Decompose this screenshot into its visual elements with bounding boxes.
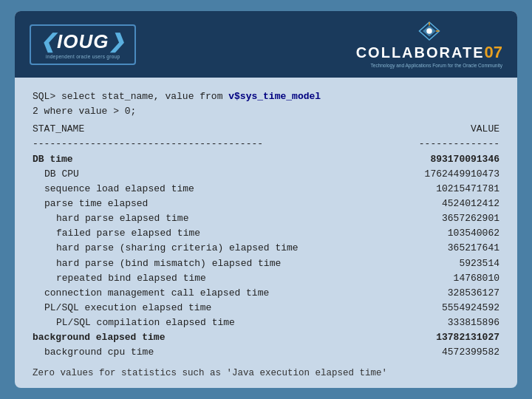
table-row: hard parse elapsed time 3657262901 (33, 211, 499, 226)
stat-value: 5923514 (459, 256, 499, 271)
sql-prompt: SQL> (33, 91, 61, 102)
table-row: failed parse elapsed time 103540062 (33, 226, 499, 241)
stat-value: 103540062 (448, 226, 499, 241)
column-headers: STAT_NAME VALUE (33, 122, 499, 137)
stat-name: sequence load elapsed time (44, 182, 194, 197)
sql-line1: SQL> select stat_name, value from v$sys_… (33, 89, 499, 104)
stat-name: failed parse elapsed time (56, 226, 200, 241)
divider-left: ---------------------------------------- (33, 137, 263, 151)
stat-name: background elapsed time (33, 330, 165, 345)
stat-name: hard parse (sharing criteria) elapsed ti… (56, 241, 299, 256)
stat-name: repeated bind elapsed time (56, 271, 206, 286)
content-area: SQL> select stat_name, value from v$sys_… (15, 78, 517, 388)
col-stat-header: STAT_NAME (33, 122, 84, 137)
table-row: connection management call elapsed time … (33, 286, 499, 301)
ioug-logo-text: ❮IOUG❯ (40, 30, 126, 53)
stat-name: DB CPU (44, 167, 79, 182)
table-row: sequence load elapsed time 10215471781 (33, 182, 499, 197)
table-row: background elapsed time 13782131027 (33, 330, 499, 345)
table-row: hard parse (bind mismatch) elapsed time … (33, 256, 499, 271)
collaborate-icon (418, 21, 440, 41)
stat-name: hard parse (bind mismatch) elapsed time (56, 256, 281, 271)
table-row: DB CPU 1762449910473 (33, 167, 499, 182)
ioug-logo: ❮IOUG❯ independent oracle users group (30, 24, 136, 65)
stat-value: 4572399582 (442, 345, 499, 360)
table-row: hard parse (sharing criteria) elapsed ti… (33, 241, 499, 256)
table-row: background cpu time 4572399582 (33, 345, 499, 360)
table-row: parse time elapsed 4524012412 (33, 197, 499, 211)
divider-row: ----------------------------------------… (33, 137, 499, 151)
stat-name: PL/SQL execution elapsed time (44, 301, 211, 316)
stat-name: hard parse elapsed time (56, 211, 188, 226)
table-row: PL/SQL compilation elapsed time 33381589… (33, 316, 499, 330)
code-block: SQL> select stat_name, value from v$sys_… (33, 89, 499, 381)
table-row: repeated bind elapsed time 14768010 (33, 271, 499, 286)
stat-value: 3657262901 (442, 211, 499, 226)
divider-right: -------------- (419, 137, 499, 151)
stat-value: 10215471781 (436, 182, 499, 197)
sql-line2-text: 2 where value > 0; (33, 106, 136, 117)
sql-select: select stat_name, value from (61, 91, 228, 102)
stat-name: background cpu time (44, 345, 154, 360)
stat-value: 893170091346 (430, 152, 499, 167)
collaborate-text: COLLABORATE07 (356, 43, 502, 62)
col-value-header: VALUE (471, 122, 499, 137)
stat-value: 14768010 (454, 271, 499, 286)
stat-value: 328536127 (448, 286, 499, 301)
stat-value: 5554924592 (442, 301, 499, 316)
stat-name: PL/SQL compilation elapsed time (56, 316, 235, 330)
sql-object-name: v$sys_time_model (228, 91, 321, 102)
ioug-tagline: independent oracle users group (40, 54, 126, 59)
table-row: PL/SQL execution elapsed time 5554924592 (33, 301, 499, 316)
collaborate-subtitle: Technology and Applications Forum for th… (371, 63, 502, 68)
stat-name: connection management call elapsed time (44, 286, 269, 301)
stat-name: parse time elapsed (44, 197, 148, 211)
stat-value: 365217641 (448, 241, 499, 256)
stat-value: 4524012412 (442, 197, 499, 211)
sql-line2: 2 where value > 0; (33, 104, 499, 119)
header: ❮IOUG❯ independent oracle users group CO… (15, 11, 517, 78)
table-row: DB time 893170091346 (33, 152, 499, 167)
svg-point-2 (426, 28, 432, 34)
slide: ❮IOUG❯ independent oracle users group CO… (15, 11, 517, 388)
footer-note: Zero values for statistics such as 'Java… (33, 366, 499, 381)
stat-value: 13782131027 (436, 330, 499, 345)
stat-value: 1762449910473 (425, 167, 499, 182)
collaborate-logo: COLLABORATE07 Technology and Application… (356, 21, 502, 68)
stat-value: 333815896 (448, 316, 499, 330)
stat-name: DB time (33, 152, 73, 167)
